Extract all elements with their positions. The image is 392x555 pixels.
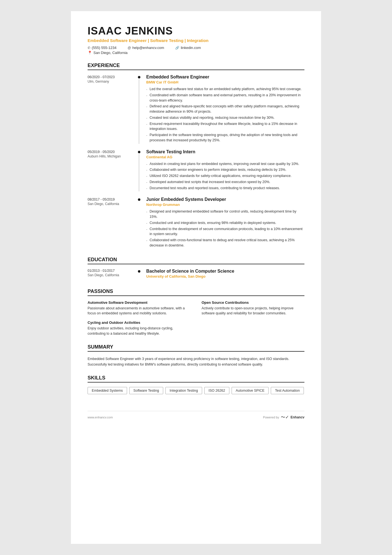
experience-item: 08/2017 - 05/2019 San Diego, California … (88, 197, 304, 249)
link-icon: 🔗 (175, 46, 179, 50)
footer-website: www.enhancv.com (88, 416, 113, 419)
edu-dot (138, 270, 140, 273)
bullet-item: Developed automated test scripts that in… (146, 179, 304, 185)
exp-location: Ulm, Germany (88, 80, 136, 83)
enhancv-brand: Enhancv (291, 415, 304, 419)
bullet-item: Collaborated with cross-functional teams… (146, 238, 304, 248)
bullet-item: Led the overall software test status for… (146, 87, 304, 92)
bullet-item: Assisted in creating test plans for embe… (146, 161, 304, 167)
skills-container: Embedded SystemsSoftware TestingIntegrat… (88, 387, 304, 394)
bullet-item: Defined and aligned feature-specific tes… (146, 104, 304, 114)
exp-bullets: Assisted in creating test plans for embe… (146, 161, 304, 191)
location-text: San Diego, California (93, 51, 128, 55)
exp-company: Northrop Grumman (146, 203, 304, 207)
bullet-item: Coordinated with domain software teams a… (146, 93, 304, 103)
experience-item: 05/2019 - 05/2020 Auburn Hills, Michigan… (88, 149, 304, 192)
skill-tag: Integration Testing (165, 387, 202, 394)
exp-right: Software Testing Intern Continental AG A… (142, 149, 304, 192)
bullet-item: Designed and implemented embedded softwa… (146, 209, 304, 219)
exp-timeline (136, 149, 142, 192)
passions-section-title: PASSIONS (88, 288, 304, 296)
resume-page: ISAAC JENKINS Embedded Software Engineer… (71, 11, 321, 544)
exp-dates: 08/2017 - 05/2019 (88, 198, 136, 201)
location-row: 📍 San Diego, California (88, 51, 304, 55)
passion-desc: Passionate about advancements in automot… (88, 306, 190, 316)
exp-left: 06/2020 - 07/2023 Ulm, Germany (88, 75, 136, 144)
exp-company: BMW Car IT GmbH (146, 80, 304, 84)
exp-bullets: Designed and implemented embedded softwa… (146, 209, 304, 248)
phone-contact: ✆ (555) 555-1234 (88, 46, 116, 50)
skill-tag: ISO 26262 (204, 387, 229, 394)
exp-bullets: Led the overall software test status for… (146, 87, 304, 143)
passion-item: Automotive Software Development Passiona… (88, 300, 190, 316)
phone-icon: ✆ (88, 46, 90, 50)
edu-dates: 01/2013 - 01/2017 (88, 269, 136, 273)
candidate-title: Embedded Software Engineer | Software Te… (88, 38, 304, 43)
edu-location: San Diego, California (88, 273, 136, 277)
phone-number: (555) 555-1234 (92, 46, 116, 50)
edu-left: 01/2013 - 01/2017 San Diego, California (88, 269, 136, 281)
exp-left: 08/2017 - 05/2019 San Diego, California (88, 197, 136, 249)
passion-title: Cycling and Outdoor Activities (88, 320, 190, 325)
email-contact: @ help@enhancv.com (128, 46, 164, 50)
bullet-item: Documented test results and reported iss… (146, 186, 304, 191)
bullet-item: Collaborated with senior engineers to pe… (146, 167, 304, 172)
exp-company: Continental AG (146, 155, 304, 159)
location-icon: 📍 (88, 51, 92, 55)
bullet-item: Participated in the software testing ste… (146, 132, 304, 143)
edu-degree: Bachelor of Science in Computer Science (146, 269, 304, 274)
bullet-item: Conducted unit and integration tests, en… (146, 220, 304, 226)
bullet-item: Utilized ISO 26262 standards for safety-… (146, 173, 304, 179)
exp-job-title: Software Testing Intern (146, 149, 304, 154)
skill-tag: Test Automation (271, 387, 304, 394)
skill-tag: Embedded Systems (88, 387, 127, 394)
exp-dot (138, 198, 140, 201)
exp-right: Junior Embedded Systems Developer Northr… (142, 197, 304, 249)
passion-title: Automotive Software Development (88, 300, 190, 305)
exp-line (139, 79, 139, 144)
exp-dot (138, 151, 140, 153)
exp-location: Auburn Hills, Michigan (88, 154, 136, 158)
skill-tag: Software Testing (129, 387, 163, 394)
edu-school: University of California, San Diego (146, 274, 304, 278)
exp-location: San Diego, California (88, 202, 136, 206)
exp-job-title: Embedded Software Engineer (146, 75, 304, 80)
exp-timeline (136, 197, 142, 249)
email-icon: @ (128, 46, 131, 50)
candidate-name: ISAAC JENKINS (88, 25, 304, 37)
passions-section: Automotive Software Development Passiona… (88, 300, 304, 336)
education-section-title: EDUCATION (88, 257, 304, 264)
exp-dot (138, 76, 140, 78)
skill-tag: Automotive SPICE (232, 387, 269, 394)
powered-by-text: Powered by (263, 416, 279, 419)
experience-section-title: EXPERIENCE (88, 63, 304, 70)
enhancv-logo-icon: 〜✓ (281, 415, 289, 420)
email-address: help@enhancv.com (132, 46, 164, 50)
passion-item: Open Source Contributions Actively contr… (202, 300, 304, 316)
contact-row: ✆ (555) 555-1234 @ help@enhancv.com 🔗 li… (88, 46, 304, 50)
exp-left: 05/2019 - 05/2020 Auburn Hills, Michigan (88, 149, 136, 192)
summary-section-title: SUMMARY (88, 344, 304, 352)
linkedin-url: linkedin.com (181, 46, 201, 50)
passion-item: Cycling and Outdoor Activities Enjoy out… (88, 320, 190, 336)
edu-right: Bachelor of Science in Computer Science … (142, 269, 304, 281)
experience-item: 06/2020 - 07/2023 Ulm, Germany Embedded … (88, 75, 304, 144)
exp-right: Embedded Software Engineer BMW Car IT Gm… (142, 75, 304, 144)
exp-dates: 05/2019 - 05/2020 (88, 150, 136, 154)
passion-desc: Actively contribute to open-source proje… (202, 306, 304, 316)
bullet-item: Contributed to the development of secure… (146, 226, 304, 237)
exp-line (139, 154, 139, 192)
bullet-item: Ensured requirement traceability through… (146, 121, 304, 132)
header: ISAAC JENKINS Embedded Software Engineer… (88, 25, 304, 55)
exp-dates: 06/2020 - 07/2023 (88, 75, 136, 79)
edu-timeline (136, 269, 142, 281)
skills-section-title: SKILLS (88, 375, 304, 383)
passion-desc: Enjoy outdoor activities, including long… (88, 326, 190, 336)
experience-section: 06/2020 - 07/2023 Ulm, Germany Embedded … (88, 75, 304, 249)
summary-text: Embedded Software Engineer with 3 years … (88, 356, 304, 367)
bullet-item: Created test status visibility and repor… (146, 115, 304, 120)
education-section: 01/2013 - 01/2017 San Diego, California … (88, 269, 304, 281)
footer-right: Powered by 〜✓ Enhancv (263, 415, 304, 420)
exp-job-title: Junior Embedded Systems Developer (146, 197, 304, 202)
exp-timeline (136, 75, 142, 144)
